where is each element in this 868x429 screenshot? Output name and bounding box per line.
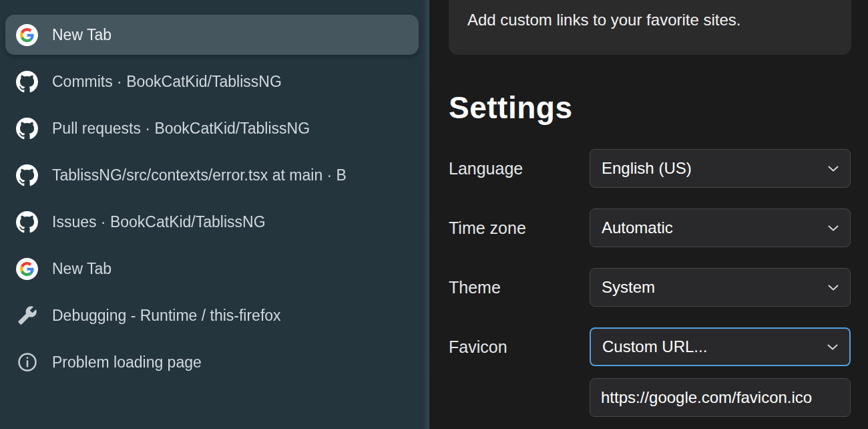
tab-title: New Tab: [52, 26, 419, 44]
favicon-selected-value: Custom URL...: [602, 337, 707, 356]
hint-card-text: Add custom links to your favorite sites.: [467, 11, 741, 29]
tab-title: Debugging - Runtime / this-firefox: [52, 307, 419, 325]
google-favicon-icon: [16, 258, 38, 280]
chevron-down-icon: [828, 166, 839, 172]
favicon-url-input[interactable]: [590, 378, 851, 417]
timezone-label: Time zone: [449, 219, 590, 238]
tab-sidebar: New Tab Commits · BookCatKid/TablissNG P…: [0, 0, 429, 429]
google-favicon-icon: [16, 24, 38, 46]
tab-title: New Tab: [52, 260, 419, 278]
timezone-select[interactable]: Automatic: [590, 208, 851, 247]
chevron-down-icon: [828, 285, 839, 291]
language-row: Language English (US): [449, 149, 868, 188]
theme-label: Theme: [449, 278, 590, 297]
tab-item-debugging[interactable]: Debugging - Runtime / this-firefox: [5, 295, 419, 335]
chevron-down-icon: [828, 225, 839, 231]
tab-item-problem-loading[interactable]: Problem loading page: [5, 342, 419, 382]
theme-select[interactable]: System: [590, 268, 851, 307]
tab-item-commits[interactable]: Commits · BookCatKid/TablissNG: [5, 61, 419, 102]
tab-title: Issues · BookCatKid/TablissNG: [52, 213, 419, 231]
tab-item-pull-requests[interactable]: Pull requests · BookCatKid/TablissNG: [5, 108, 419, 148]
tab-item-new-tab-2[interactable]: New Tab: [5, 249, 419, 289]
github-icon: [16, 118, 38, 140]
tab-title: Problem loading page: [52, 353, 419, 372]
favicon-url-row: [449, 378, 868, 417]
sidebar-edge-highlight: [423, 0, 429, 429]
github-icon: [16, 164, 38, 186]
timezone-selected-value: Automatic: [602, 219, 673, 237]
tab-title: Pull requests · BookCatKid/TablissNG: [52, 120, 419, 138]
tab-item-error-tsx[interactable]: TablissNG/src/contexts/error.tsx at main…: [5, 155, 419, 195]
favicon-select[interactable]: Custom URL...: [590, 327, 851, 366]
wrench-icon: [16, 305, 38, 327]
custom-links-hint-card: Add custom links to your favorite sites.: [449, 0, 851, 55]
page-title: Settings: [449, 90, 868, 126]
tab-item-issues[interactable]: Issues · BookCatKid/TablissNG: [5, 202, 419, 242]
chevron-down-icon: [827, 344, 838, 350]
info-icon: [16, 351, 38, 374]
tab-item-new-tab[interactable]: New Tab: [5, 15, 419, 55]
screen: New Tab Commits · BookCatKid/TablissNG P…: [0, 0, 868, 429]
tab-title: TablissNG/src/contexts/error.tsx at main…: [52, 166, 419, 184]
language-selected-value: English (US): [602, 159, 692, 178]
favicon-label: Favicon: [449, 337, 590, 357]
theme-row: Theme System: [449, 268, 868, 307]
theme-selected-value: System: [602, 278, 655, 297]
github-icon: [16, 71, 38, 93]
language-label: Language: [449, 159, 590, 178]
language-select[interactable]: English (US): [590, 149, 851, 188]
timezone-row: Time zone Automatic: [449, 208, 868, 247]
favicon-row: Favicon Custom URL...: [449, 327, 868, 366]
tab-title: Commits · BookCatKid/TablissNG: [52, 73, 419, 91]
github-icon: [16, 211, 38, 233]
settings-panel: Add custom links to your favorite sites.…: [429, 0, 868, 429]
settings-form: Language English (US) Time zone Automati…: [449, 149, 868, 417]
